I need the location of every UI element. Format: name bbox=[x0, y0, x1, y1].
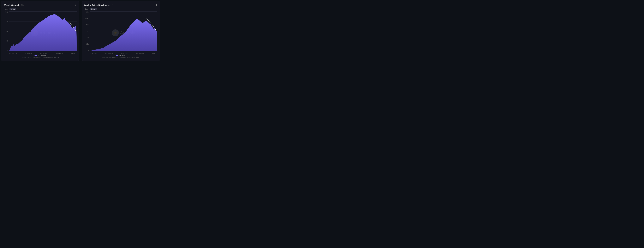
chart-svg-commits bbox=[9, 11, 77, 51]
x-label-devs-1: 2017-04-30 bbox=[105, 53, 113, 54]
y-label-devs-6: 0 bbox=[88, 50, 88, 51]
y-label-devs-3: 7.5k bbox=[86, 30, 88, 32]
legend-label-commits: All Commits bbox=[38, 55, 46, 57]
linear-scale-btn-commits[interactable]: Linear bbox=[10, 8, 16, 10]
x-label-devs-2: 2019-10-27 bbox=[120, 53, 128, 54]
x-axis-commits: 2014-11-09 2017-04-30 2019-10-27 2022-04… bbox=[9, 51, 77, 54]
legend-color-commits bbox=[34, 55, 36, 56]
x-label-0: 2014-11-09 bbox=[9, 53, 17, 54]
y-label-4: 0 bbox=[7, 50, 8, 51]
chart-inner-devs: ⚡ Artemis bbox=[90, 11, 157, 54]
linear-scale-btn-devs[interactable]: Linear bbox=[90, 8, 97, 10]
x-axis-devs: 2014-11-09 2017-04-30 2019-10-27 2022-04… bbox=[90, 51, 157, 54]
y-label-devs-1: 12.5k bbox=[85, 18, 88, 19]
log-scale-btn-commits[interactable]: Log bbox=[4, 8, 9, 10]
x-label-2: 2019-10-27 bbox=[40, 53, 48, 54]
x-label-1: 2017-04-30 bbox=[25, 53, 32, 54]
info-icon-devs[interactable]: i bbox=[111, 4, 113, 6]
chart-footer-devs: All Devs Source: Artemis + Electric Capi… bbox=[84, 55, 157, 58]
weekly-devs-panel: Weekly Active Developers i ⬇ Log Linear … bbox=[82, 1, 160, 61]
x-label-4: 2024-1... bbox=[71, 53, 77, 54]
download-icon-devs[interactable]: ⬇ bbox=[156, 4, 157, 6]
chart-svg-devs bbox=[90, 11, 157, 51]
y-label-2: 100k bbox=[5, 30, 8, 32]
legend-commits: All Commits bbox=[34, 55, 46, 57]
scale-toggle-commits: Log Linear bbox=[4, 8, 77, 10]
y-label-0: 200k bbox=[5, 11, 8, 13]
y-axis-commits: 200k 150k 100k 50k 0 bbox=[4, 11, 9, 54]
download-icon-commits[interactable]: ⬇ bbox=[75, 4, 77, 6]
y-axis-devs: 15k 12.5k 10k 7.5k 5k 2.5k 0 bbox=[84, 11, 90, 54]
y-label-devs-2: 10k bbox=[86, 24, 88, 26]
panel-header-commits: Weekly Commits i ⬇ bbox=[4, 4, 77, 6]
x-label-devs-4: 2024-1... bbox=[152, 53, 157, 54]
title-group-commits: Weekly Commits i bbox=[4, 4, 24, 6]
y-label-devs-0: 15k bbox=[86, 11, 88, 13]
panel-header-devs: Weekly Active Developers i ⬇ bbox=[84, 4, 157, 6]
legend-label-devs: All Devs bbox=[119, 55, 125, 57]
svg-marker-1 bbox=[90, 19, 157, 51]
scale-toggle-devs: Log Linear bbox=[84, 8, 157, 10]
log-scale-btn-devs[interactable]: Log bbox=[84, 8, 89, 10]
chart-inner-commits: ⚡ Artemis bbox=[9, 11, 77, 54]
weekly-commits-panel: Weekly Commits i ⬇ Log Linear 200k 150k … bbox=[1, 1, 79, 61]
svg-marker-0 bbox=[9, 14, 77, 51]
title-group-devs: Weekly Active Developers i bbox=[84, 4, 113, 6]
chart-title-devs: Weekly Active Developers bbox=[84, 4, 110, 6]
y-label-1: 150k bbox=[5, 21, 8, 23]
legend-color-devs bbox=[116, 55, 118, 56]
y-label-devs-5: 2.5k bbox=[86, 43, 88, 45]
y-label-devs-4: 5k bbox=[87, 37, 88, 39]
chart-title-commits: Weekly Commits bbox=[4, 4, 20, 6]
legend-devs: All Devs bbox=[116, 55, 125, 57]
source-text-commits: Source: Artemis + Electric Capital Crypt… bbox=[22, 57, 59, 58]
chart-area-devs: 15k 12.5k 10k 7.5k 5k 2.5k 0 ⚡ Artemis bbox=[84, 11, 157, 54]
info-icon-commits[interactable]: i bbox=[21, 4, 24, 6]
y-label-3: 50k bbox=[6, 40, 8, 42]
source-text-devs: Source: Artemis + Electric Capital Crypt… bbox=[102, 57, 139, 58]
x-label-devs-0: 2014-11-09 bbox=[90, 53, 97, 54]
chart-footer-commits: All Commits Source: Artemis + Electric C… bbox=[4, 55, 77, 58]
x-label-3: 2022-04-10 bbox=[56, 53, 63, 54]
chart-area-commits: 200k 150k 100k 50k 0 ⚡ Artemis bbox=[4, 11, 77, 54]
x-label-devs-3: 2022-04-10 bbox=[136, 53, 144, 54]
